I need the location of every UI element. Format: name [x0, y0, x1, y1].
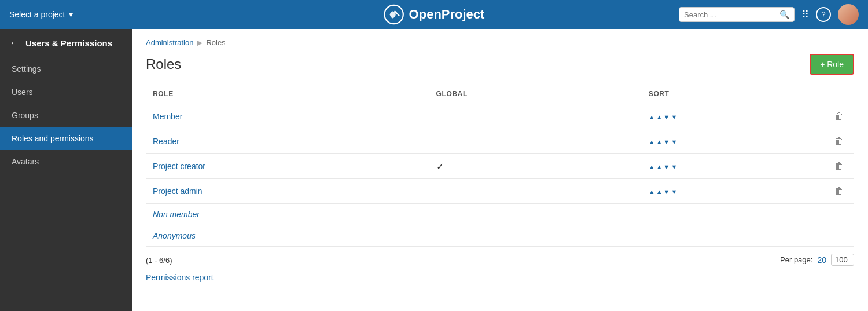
page-title: Roles — [146, 56, 181, 72]
main-layout: ← Users & Permissions Settings Users Gro… — [0, 29, 868, 311]
col-header-global: GLOBAL — [429, 84, 642, 104]
avatar[interactable] — [838, 4, 859, 25]
delete-button-reader[interactable]: 🗑 — [831, 135, 847, 148]
sidebar-title: Users & Permissions — [25, 38, 112, 48]
search-input[interactable] — [684, 10, 779, 19]
sort-up-icon[interactable]: ▲ — [656, 163, 663, 170]
main-content: Administration ▶ Roles Roles + Role ROLE… — [132, 29, 868, 311]
sort-arrows-member[interactable]: ▲▲▼▼ — [649, 114, 678, 120]
role-name-project_creator[interactable]: Project creator — [153, 162, 205, 171]
back-arrow-icon: ← — [9, 37, 20, 49]
sidebar-item-avatars[interactable]: Avatars — [0, 150, 132, 173]
help-button[interactable]: ? — [816, 7, 831, 22]
sidebar-header[interactable]: ← Users & Permissions — [0, 29, 132, 57]
add-role-button[interactable]: + Role — [810, 54, 854, 75]
project-selector[interactable]: Select a project ▾ — [9, 10, 73, 19]
roles-table: ROLE GLOBAL SORT Member▲▲▼▼🗑Reader▲▲▼▼🗑P… — [146, 84, 854, 247]
sort-top-icon[interactable]: ▲ — [649, 138, 655, 145]
pagination-info: (1 - 6/6) — [146, 256, 172, 265]
breadcrumb-current: Roles — [206, 38, 225, 47]
sort-down-icon[interactable]: ▼ — [664, 138, 670, 145]
col-header-action — [784, 84, 854, 104]
chevron-down-icon: ▾ — [69, 10, 73, 19]
sort-down-icon[interactable]: ▼ — [664, 188, 670, 195]
global-check-project_creator: ✓ — [436, 162, 444, 171]
table-footer: (1 - 6/6) Per page: 20 — [132, 247, 868, 273]
delete-button-member[interactable]: 🗑 — [831, 110, 847, 123]
sort-down-icon[interactable]: ▼ — [664, 163, 670, 170]
table-row: Project admin▲▲▼▼🗑 — [146, 179, 854, 204]
sidebar-item-groups[interactable]: Groups — [0, 104, 132, 127]
table-row: Anonymous — [146, 225, 854, 247]
sort-bottom-icon[interactable]: ▼ — [671, 188, 677, 195]
per-page-20[interactable]: 20 — [817, 255, 826, 265]
sidebar: ← Users & Permissions Settings Users Gro… — [0, 29, 132, 311]
sort-up-icon[interactable]: ▲ — [656, 188, 663, 195]
top-navigation: Select a project ▾ OpenProject 🔍 ⠿ ? — [0, 0, 868, 29]
table-row: Reader▲▲▼▼🗑 — [146, 129, 854, 154]
table-row: Non member — [146, 204, 854, 225]
col-header-sort: SORT — [642, 84, 784, 104]
sort-top-icon[interactable]: ▲ — [649, 163, 655, 170]
table-row: Member▲▲▼▼🗑 — [146, 104, 854, 129]
sort-top-icon[interactable]: ▲ — [649, 114, 655, 120]
sidebar-navigation: Settings Users Groups Roles and permissi… — [0, 57, 132, 173]
role-name-anonymous[interactable]: Anonymous — [153, 231, 196, 240]
breadcrumb-parent[interactable]: Administration — [146, 38, 193, 47]
per-page-input[interactable] — [831, 254, 854, 266]
help-icon: ? — [816, 7, 831, 22]
sort-arrows-project_creator[interactable]: ▲▲▼▼ — [649, 163, 678, 170]
role-name-project_admin[interactable]: Project admin — [153, 186, 203, 196]
table-header-row: ROLE GLOBAL SORT — [146, 84, 854, 104]
delete-button-project_admin[interactable]: 🗑 — [831, 185, 847, 197]
role-name-reader[interactable]: Reader — [153, 137, 179, 146]
role-name-non_member[interactable]: Non member — [153, 210, 200, 219]
project-selector-label: Select a project — [9, 10, 65, 19]
sort-down-icon[interactable]: ▼ — [664, 114, 670, 120]
sort-up-icon[interactable]: ▲ — [656, 138, 663, 145]
sort-bottom-icon[interactable]: ▼ — [671, 163, 677, 170]
grid-menu-button[interactable]: ⠿ — [801, 8, 809, 21]
sidebar-item-roles[interactable]: Roles and permissions — [0, 127, 132, 150]
sort-bottom-icon[interactable]: ▼ — [671, 114, 677, 120]
sidebar-item-settings[interactable]: Settings — [0, 57, 132, 81]
sort-top-icon[interactable]: ▲ — [649, 188, 655, 195]
topnav-actions: 🔍 ⠿ ? — [679, 4, 859, 25]
breadcrumb-separator: ▶ — [197, 38, 203, 47]
permissions-report-link[interactable]: Permissions report — [146, 273, 214, 282]
page-header: Roles + Role — [132, 52, 868, 84]
openproject-logo-icon — [384, 4, 404, 25]
breadcrumb: Administration ▶ Roles — [132, 29, 868, 52]
avatar-image — [838, 4, 859, 25]
permissions-report-section: Permissions report — [132, 273, 868, 291]
delete-button-project_creator[interactable]: 🗑 — [831, 160, 847, 173]
sort-bottom-icon[interactable]: ▼ — [671, 138, 677, 145]
sort-up-icon[interactable]: ▲ — [656, 114, 663, 120]
search-button[interactable]: 🔍 — [779, 10, 789, 19]
sort-arrows-reader[interactable]: ▲▲▼▼ — [649, 138, 678, 145]
per-page-section: Per page: 20 — [780, 254, 854, 266]
role-name-member[interactable]: Member — [153, 112, 182, 121]
grid-icon: ⠿ — [801, 8, 809, 21]
search-box[interactable]: 🔍 — [679, 7, 795, 22]
col-header-role: ROLE — [146, 84, 429, 104]
app-logo: OpenProject — [384, 4, 485, 25]
table-row: Project creator✓▲▲▼▼🗑 — [146, 154, 854, 179]
per-page-label: Per page: — [780, 255, 812, 264]
sidebar-item-users[interactable]: Users — [0, 81, 132, 104]
sort-arrows-project_admin[interactable]: ▲▲▼▼ — [649, 188, 678, 195]
app-title: OpenProject — [409, 7, 485, 22]
roles-table-wrapper: ROLE GLOBAL SORT Member▲▲▼▼🗑Reader▲▲▼▼🗑P… — [132, 84, 868, 247]
